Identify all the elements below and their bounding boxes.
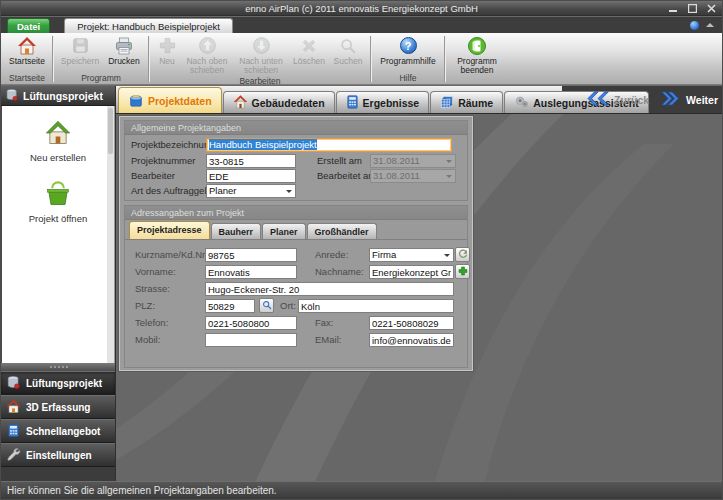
kurzname-input[interactable] [205,248,297,262]
plz-search-button[interactable] [259,298,274,313]
strasse-label: Strasse: [135,282,170,296]
ribbon-group-beenden: Programm beenden [447,33,507,84]
email-input[interactable] [369,333,454,347]
cube-grid-icon [440,95,454,111]
loeschen-button[interactable]: Löschen [289,33,329,66]
projektbezeichnung-input[interactable]: Handbuch Beispielprojekt [206,138,452,152]
groupbox-title: Allgemeine Projektangaben [125,121,467,135]
ribbon-separator [370,36,372,82]
chevrons-right-icon [659,91,683,108]
anrede-select[interactable]: Firma [369,248,454,262]
subtab-projektadresse[interactable]: Projektadresse [129,221,210,239]
sidebar-scrollbar[interactable] [107,106,114,363]
suchen-button[interactable]: Suchen [329,33,367,66]
file-menu-button[interactable]: Datei [7,18,50,33]
sidebar-item-3d-erfassung[interactable]: 3D Erfassung [1,395,115,419]
projektnummer-input[interactable] [206,154,296,168]
bearbeiter-input[interactable] [206,169,296,183]
erstellt-am-datepicker[interactable]: 31.08.2011 [370,154,456,168]
telefon-input[interactable] [205,316,297,330]
app-window: enno AirPlan (c) 2011 ennovatis Energiek… [0,0,723,500]
maximize-button[interactable] [685,3,699,13]
bearbeitet-am-datepicker[interactable]: 31.08.2011 [370,169,456,183]
close-button[interactable] [704,3,718,13]
ribbon-group-label: Hilfe [375,72,441,84]
about-icon[interactable] [690,21,699,30]
neu-button[interactable]: Neu [153,33,181,66]
selected-text: Handbuch Beispielprojekt [209,139,317,150]
projektnummer-label: Projektnummer [131,154,195,168]
subtab-bauherr[interactable]: Bauherr [211,223,262,239]
telefon-label: Telefon: [135,316,168,330]
delete-x-icon [300,35,318,56]
nach-unten-schieben-button[interactable]: Nach unten schieben [233,33,289,75]
tab-ergebnisse[interactable]: Ergebnisse [336,91,430,113]
speichern-button[interactable]: Speichern [57,33,103,66]
fax-input[interactable] [369,316,454,330]
ribbon: Startseite Startseite Speichern Druck [1,33,722,85]
exit-icon [467,35,487,56]
main-tabstrip: Projektdaten Gebäudedaten Ergebnisse [116,86,722,113]
strasse-input[interactable] [205,282,454,296]
minimize-button[interactable] [666,3,680,13]
refresh-contact-icon [458,249,468,261]
sidebar-item-schnellangebot[interactable]: Schnellangebot [1,419,115,443]
startseite-button[interactable]: Startseite [5,33,49,66]
plz-input[interactable] [205,299,255,313]
new-house-icon [44,120,72,150]
sidebar-filler [1,467,115,481]
sidebar-splitter[interactable] [1,363,115,371]
neu-erstellen-button[interactable]: Neu erstellen [2,120,114,163]
contact-lookup-button[interactable] [455,247,470,262]
nachname-label: Nachname: [315,265,364,279]
home-icon [17,35,37,56]
programm-beenden-button[interactable]: Programm beenden [449,33,505,75]
window-title: enno AirPlan (c) 2011 ennovatis Energiek… [245,3,478,14]
arrow-down-circle-icon [252,35,271,56]
ribbon-separator [148,36,150,82]
sidebar-task-panel: Neu erstellen Projekt öffnen [2,106,115,363]
tab-gebaeudedaten[interactable]: Gebäudedaten [223,91,335,113]
sidebar-item-einstellungen[interactable]: Einstellungen [1,443,115,467]
auftraggeber-art-select[interactable]: Planer [206,184,296,198]
ribbon-group-bearbeiten: Neu Nach oben schieben Nach unten schieb… [151,33,369,84]
status-text: Hier können Sie die allgemeinen Projekta… [7,485,277,496]
main-area: Lüftungsprojekt Neu erstellen Projekt öf… [1,86,722,481]
address-subtabs: Projektadresse Bauherr Planer Großhändle… [129,221,378,239]
drucken-button[interactable]: Drucken [103,33,145,66]
house-3d-icon [6,399,21,416]
sidebar-item-lueftungsprojekt[interactable]: Lüftungsprojekt [1,371,115,395]
email-label: EMail: [315,333,341,347]
tab-raeume[interactable]: Räume [430,91,503,113]
project-ribbon-tab[interactable]: Projekt: Handbuch Beispielprojekt [64,18,233,33]
collapse-ribbon-icon[interactable] [706,23,714,27]
content-body: Allgemeine Projektangaben Projektbezeich… [116,113,722,481]
bearbeitet-am-label: Bearbeitet am [317,169,376,183]
plus-icon [158,35,177,56]
magnifier-icon [262,300,272,312]
add-contact-button[interactable] [455,264,470,279]
zurueck-button[interactable]: Zurück [587,91,649,108]
subtab-planer[interactable]: Planer [262,223,306,239]
gears-icon [514,95,529,110]
ribbon-separator [444,36,446,82]
subtab-grosshaendler[interactable]: Großhändler [307,223,377,239]
tab-projektdaten[interactable]: Projektdaten [118,87,222,113]
status-bar: Hier können Sie die allgemeinen Projekta… [1,481,722,499]
mobil-input[interactable] [205,333,297,347]
groupbox-title: Adressangaben zum Projekt [125,206,467,220]
vorname-input[interactable] [205,265,297,279]
weiter-button[interactable]: Weiter [659,91,718,108]
nachname-input[interactable] [369,265,454,279]
chevrons-left-icon [587,91,611,108]
projekt-oeffnen-button[interactable]: Projekt öffnen [2,181,114,224]
ribbon-tab-row: Datei Projekt: Handbuch Beispielprojekt [1,17,722,33]
printer-icon [114,35,134,56]
programmhilfe-button[interactable]: ? Programmhilfe [375,33,441,66]
database-icon [5,88,19,104]
nach-oben-schieben-button[interactable]: Nach oben schieben [181,33,233,75]
plus-icon [458,266,468,278]
ort-input[interactable] [298,299,454,313]
minimize-icon [669,4,678,13]
ribbon-group-hilfe: ? Programmhilfe Hilfe [373,33,443,84]
